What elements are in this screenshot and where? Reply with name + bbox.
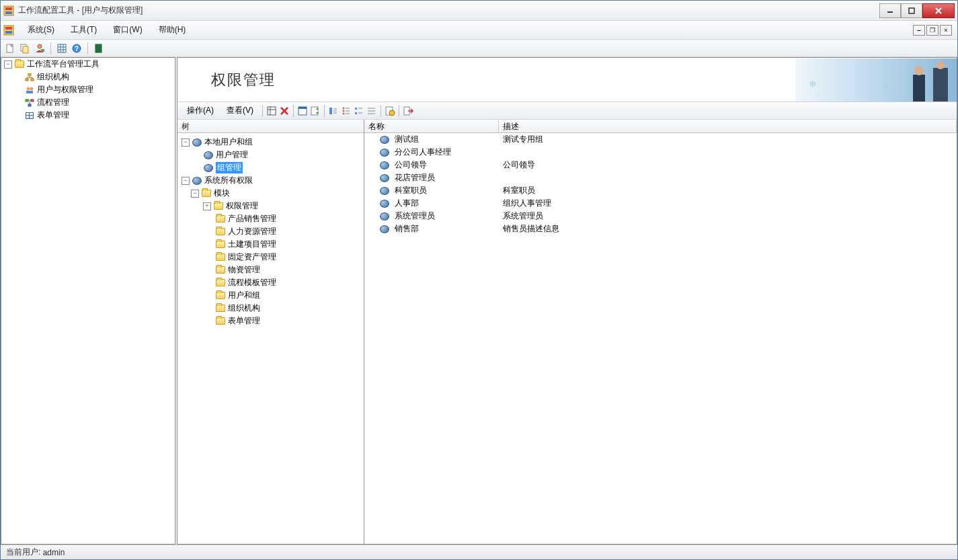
tree-pane: 树 − 本地用户和组 用户管理 组管理 [177,120,364,544]
form-icon [24,111,35,120]
nav-item-forms[interactable]: 表单管理 [1,109,175,122]
list-header: 名称 描述 [364,120,957,133]
mdi-close-button[interactable]: × [940,25,952,36]
collapse-icon[interactable]: − [182,177,190,185]
mdi-restore-button[interactable]: ❐ [926,25,939,36]
minimize-button[interactable] [879,3,901,18]
tree-node-label: 土建项目管理 [228,239,276,250]
svg-rect-47 [329,108,332,114]
svg-rect-58 [355,112,357,114]
list-row[interactable]: 系统管理员系统管理员 [364,210,957,223]
toolbar-table-icon[interactable] [297,106,308,116]
tree-node-label: 模块 [214,188,230,199]
list-row[interactable]: 分公司人事经理 [364,146,957,159]
svg-rect-33 [31,99,34,102]
list-row[interactable]: 人事部组织人事管理 [364,197,957,210]
svg-point-65 [389,110,395,116]
folder-icon [215,253,226,262]
nav-item-label: 流程管理 [37,97,69,108]
collapse-icon[interactable]: − [4,61,12,69]
tree-system-perms[interactable]: − 系统所有权限 [179,174,362,187]
list-cell-name: 测试组 [364,134,499,145]
group-icon [192,176,202,186]
toolbar-btn-c-icon[interactable] [354,106,364,116]
toolbar-action-menu[interactable]: 操作(A) [182,104,219,118]
tree-module-item[interactable]: 组织机构 [179,302,362,315]
toolbar-btn-a-icon[interactable] [328,106,339,116]
nav-item-users-perms[interactable]: 用户与权限管理 [1,83,175,96]
tree-module-item[interactable]: + 权限管理 [179,200,362,212]
row-name: 人事部 [395,198,419,209]
main-toolbar: ? [1,40,957,57]
list-row[interactable]: 公司领导公司领导 [364,159,957,171]
tree-user-mgmt[interactable]: 用户管理 [179,149,362,161]
tree-module-item[interactable]: 人力资源管理 [179,225,362,238]
folder-icon [215,278,226,288]
tree-module-item[interactable]: 物资管理 [179,264,362,276]
tree-module-item[interactable]: 产品销售管理 [179,212,362,225]
toolbar-refresh-icon[interactable] [310,106,321,116]
tree-node-label: 系统所有权限 [204,175,253,186]
expand-icon[interactable]: + [203,202,211,210]
tree-group-mgmt[interactable]: 组管理 [179,161,362,174]
tree-module-item[interactable]: 土建项目管理 [179,238,362,251]
row-name: 测试组 [395,134,419,145]
tree-module-item[interactable]: 用户和组 [179,289,362,302]
toolbar-grid-icon[interactable] [56,43,67,54]
menu-help[interactable]: 帮助(H) [151,22,194,38]
group-icon [379,148,390,157]
toolbar-btn-e-icon[interactable] [385,106,395,116]
menu-tools[interactable]: 工具(T) [63,22,105,38]
list-col-desc[interactable]: 描述 [499,120,957,132]
list-row[interactable]: 销售部销售员描述信息 [364,223,957,235]
app-icon [3,5,14,16]
toolbar-delete-icon[interactable] [279,106,290,116]
folder-icon [213,202,224,211]
toolbar-btn-b-icon[interactable] [341,106,352,116]
menu-window[interactable]: 窗口(W) [105,22,150,38]
svg-point-30 [30,87,34,90]
toolbar-separator [324,105,325,117]
page-toolbar: 操作(A) 查看(V) [177,102,957,120]
tree-node-label: 物资管理 [228,264,260,276]
toolbar-props-icon[interactable] [266,106,277,116]
close-button[interactable] [922,3,955,18]
list-row[interactable]: 花店管理员 [364,171,957,184]
nav-item-workflow[interactable]: 流程管理 [1,96,175,109]
list-col-name[interactable]: 名称 [364,120,499,132]
toolbar-user-icon[interactable] [34,43,45,54]
list-row[interactable]: 测试组测试专用组 [364,133,957,146]
org-icon [24,73,35,82]
collapse-icon[interactable]: − [182,138,190,147]
nav-item-org[interactable]: 组织机构 [1,71,175,83]
svg-rect-21 [96,45,101,52]
toolbar-view-menu[interactable]: 查看(V) [221,104,259,118]
toolbar-export-icon[interactable] [403,106,413,116]
tree-module-item[interactable]: 表单管理 [179,315,362,327]
mdi-controls: ‒ ❐ × [913,25,955,36]
nav-root[interactable]: − 工作流平台管理工具 [1,58,175,71]
toolbar-separator [399,105,399,117]
tree-local-users-groups[interactable]: − 本地用户和组 [179,136,362,149]
tree-module[interactable]: − 模块 [179,187,362,200]
list-cell-desc [499,147,957,158]
toolbar-copy-icon[interactable] [19,43,30,54]
banner-image [795,58,957,102]
svg-rect-7 [5,31,12,34]
tree-module-item[interactable]: 固定资产管理 [179,251,362,264]
toolbar-new-icon[interactable] [5,43,15,54]
list-cell-name: 分公司人事经理 [364,147,499,158]
toolbar-exit-icon[interactable] [93,43,104,54]
svg-rect-57 [355,108,357,110]
tree-node-label: 权限管理 [226,200,258,212]
maximize-button[interactable] [901,3,922,18]
collapse-icon[interactable]: − [191,190,199,198]
tree-node-label: 产品销售管理 [228,213,276,225]
menu-system[interactable]: 系统(S) [19,22,63,38]
tree-module-item[interactable]: 流程模板管理 [179,276,362,289]
list-pane: 名称 描述 测试组测试专用组分公司人事经理公司领导公司领导花店管理员科室职员科室… [364,120,957,544]
list-row[interactable]: 科室职员科室职员 [364,184,957,197]
toolbar-help-icon[interactable]: ? [71,43,82,54]
mdi-minimize-button[interactable]: ‒ [913,25,925,36]
toolbar-btn-d-icon[interactable] [366,106,377,116]
